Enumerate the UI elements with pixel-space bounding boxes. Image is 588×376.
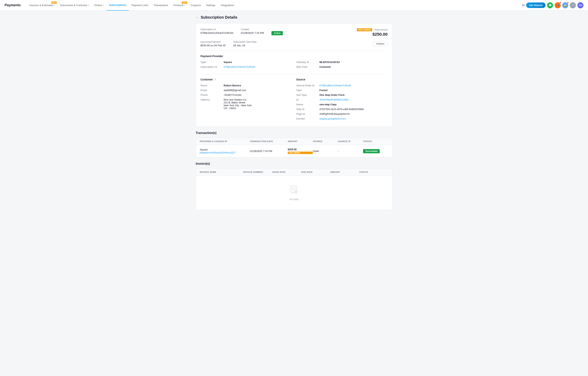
status-succeeded-badge: Succeeded [363,149,379,153]
status-badge: Active [272,31,283,35]
td-source-id: - [338,150,363,153]
nav-item-documents[interactable]: Documents & Contracts ▾ [57,0,92,11]
top-nav-bar: Payments Invoices & Estimates New ▾ Docu… [0,0,588,11]
customer-email-value: arpittt98@gmail.com [224,89,246,92]
amount-value: $250.00 [288,148,313,151]
back-button[interactable]: ← [196,16,199,19]
address-line1: Rich and Shelton Co [224,98,252,101]
address-line4: US - 10001 [224,107,252,110]
nav-item-coupons[interactable]: Coupons [188,0,203,11]
gateway-id-row: Gateway Id: MLDFXX14J3VX3 [296,61,388,63]
nav-item-payment-links[interactable]: Payment Links [129,0,151,11]
domain-row: Domain: staging.gohighlevel.com [296,117,388,120]
divider [200,51,388,51]
domain-value[interactable]: staging.gohighlevel.com [319,117,346,120]
megaphone-icon-wrapper: 📣 [555,2,561,8]
source-name-value: one-step Copy [319,103,336,106]
created-value: 01/28/2025 7:24 PM [241,31,264,34]
address-line3: New York City - New York [224,104,252,107]
page-id-row: Page Id: rK8RqRhH9LBaupQeNxYG [296,113,388,115]
start-date-label: Subscription Start Date [233,41,256,43]
top-bar-actions: ✉ Get Started 💬 📣 🔔 ? AG [522,2,583,8]
get-started-button[interactable]: Get Started [526,2,546,8]
main-nav: Invoices & Estimates New ▾ Documents & C… [27,0,522,11]
customer-title: Customer ↗ [200,78,292,81]
start-date-block: Subscription Start Date 28 Jan, 25 [233,41,256,47]
nav-item-integrations[interactable]: Integrations [218,0,237,11]
invoices-table-header: Invoice Name Invoice Number Issue Date D… [196,169,392,176]
transactions-section: Transaction(s) PROVIDER & CHARGE ID TRAN… [196,131,392,157]
th-provider-charge-id: PROVIDER & CHARGE ID [200,140,250,143]
th-invoice-status: Status [359,171,388,173]
source-section: Source Internal Order Id: 6798e18861c54c… [296,78,388,122]
th-issue-date: Issue Date [272,171,301,173]
help-icon[interactable]: ? [570,2,576,8]
mail-icon[interactable]: ✉ [522,3,525,7]
provider-type-label: Type: [200,61,221,63]
nav-item-invoices[interactable]: Invoices & Estimates New ▾ [27,0,57,11]
source-id-label: Id: [296,98,317,101]
provider-sub-id-value[interactable]: 6798e18c61c54cb372cf5c63 [224,65,255,68]
td-amount: $250.00 TEST MODE [288,148,313,154]
domain-label: Domain: [296,117,317,120]
subscription-id-label: Subscription Id [200,28,233,31]
actions-button[interactable]: Actions [373,41,388,46]
customer-phone-label: Phone: [200,94,221,96]
subscription-id-block: Subscription Id 6798e18c61c54cb372cf5c63 [200,28,233,34]
external-link-icon[interactable]: ↗ [214,78,216,81]
source-id-value[interactable]: JHHzPMyJfY8RB6sG2btD [319,98,348,101]
step-id-value: 47027f34-1b23-4979-a38f-94d83f1596fe [319,108,364,111]
start-date-value: 28 Jan, 25 [233,44,256,47]
page-id-label: Page Id: [296,113,317,115]
created-label: Created [241,28,264,31]
transactions-table: PROVIDER & CHARGE ID TRANSACTION DATE AM… [196,138,392,157]
source-subtype-row: Sub Type: One Step Order Form [296,94,388,96]
source-type-row: Type: Funnel [296,89,388,92]
gateway-id-value: MLDFXX14J3VX3 [319,61,340,63]
internal-order-id-value[interactable]: 6798e18861c54cebe7cf5c60 [319,84,351,87]
upcoming-payment-label: Upcoming Payment [200,41,226,43]
nav-item-orders[interactable]: Orders ▾ [92,0,106,11]
customer-address-row: Address: Rich and Shelton Co 221 B, Bake… [200,98,292,110]
amount-block: $250.00 TEST MODE [288,148,313,154]
nav-item-subscriptions[interactable]: Subscriptions [106,0,129,11]
upcoming-payment-block: Upcoming Payment $250.00 on 04 Feb 25 [200,41,226,47]
divider [200,74,388,74]
chevron-down-icon: ▾ [103,4,104,6]
th-invoice-amount: Amount [330,171,359,173]
nav-badge-invoices: New [52,1,57,4]
source-subtype-label: Sub Type: [296,94,317,96]
chat-icon-wrapper: 💬 [547,2,553,8]
provider-sub-id-row: Subscription Id: 6798e18c61c54cb372cf5c6… [200,65,292,68]
td-source: Order [313,150,338,153]
page-header: ← Subscription Details [196,15,392,20]
test-mode-badge-sm: TEST MODE [288,152,313,154]
chat-icon[interactable]: 💬 [547,2,553,8]
customer-name-value: Robert Barrera [224,84,241,87]
test-mode-badge: TEST MODE [357,28,372,31]
user-avatar[interactable]: AG [578,2,583,8]
gateway-id-label: Gateway Id: [296,61,317,63]
td-provider: Square jx6pkj0tHoz5H5bdu28164NncyQZY [200,148,250,154]
invoices-heading: Invoice(s) [196,162,392,166]
main-content: ← Subscription Details Subscription Id 6… [190,11,398,215]
page-id-value: rK8RqRhH9LBaupQeNxYG [319,113,350,115]
source-name-label: Name: [296,103,317,106]
step-id-label: Step Id: [296,108,317,111]
created-block: Created 01/28/2025 7:24 PM [241,28,264,34]
who-paid-value: Customer [319,65,331,68]
app-title: Payments [5,3,21,7]
invoices-section: Invoice(s) Invoice Name Invoice Number I… [196,162,392,210]
internal-order-id-row: Internal Order Id: 6798e18861c54cebe7cf5… [296,84,388,87]
internal-order-id-label: Internal Order Id: [296,84,317,87]
nav-item-transactions[interactable]: Transactions [151,0,171,11]
provider-sub-id-label: Subscription Id: [200,65,221,68]
nav-item-products[interactable]: Products New ▾ [171,0,188,11]
who-paid-label: Who Paid: [296,65,317,68]
customer-email-label: Email: [200,89,221,92]
transactions-heading: Transaction(s) [196,131,392,135]
nav-item-settings[interactable]: Settings [203,0,218,11]
no-data-container: No Data [196,176,392,210]
subscription-id-value: 6798e18c61c54cb372cf5c63 [200,31,233,34]
provider-type-value: Square [224,61,232,63]
